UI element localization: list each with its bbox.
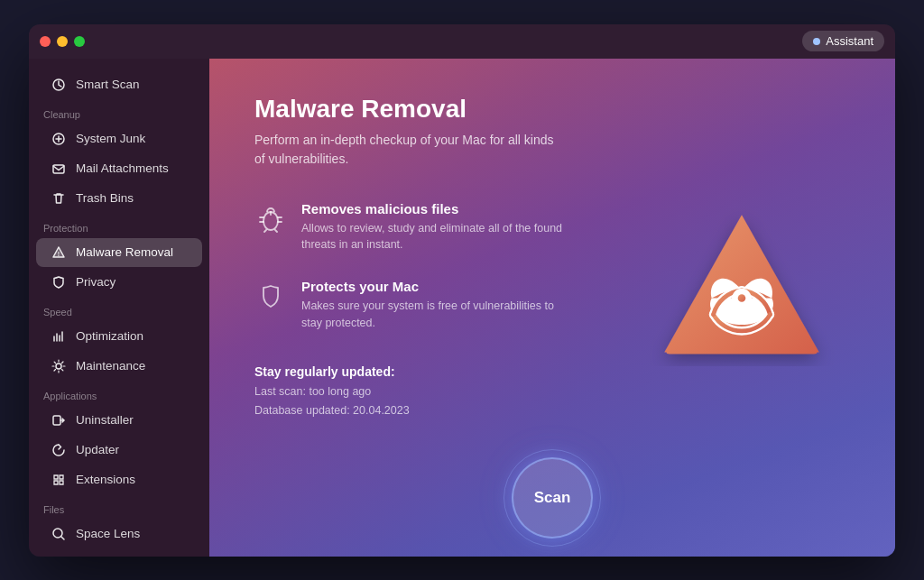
assistant-dot-icon (813, 38, 820, 45)
sidebar: Smart Scan Cleanup System Junk (29, 59, 209, 557)
scan-button[interactable]: Scan (512, 457, 593, 539)
biohazard-container (642, 199, 841, 380)
sidebar-item-label: Trash Bins (76, 191, 134, 205)
mail-icon (51, 161, 67, 177)
sidebar-item-maintenance[interactable]: Maintenance (36, 352, 202, 381)
sidebar-item-label: Malware Removal (76, 245, 173, 259)
svg-rect-2 (53, 165, 64, 173)
titlebar: Assistant (29, 24, 895, 59)
sidebar-item-label: Space Lens (76, 527, 140, 540)
feature-1-text: Removes malicious files Allows to review… (301, 201, 572, 254)
content-area: Smart Scan Cleanup System Junk (29, 59, 895, 557)
cleanup-section-label: Cleanup (29, 100, 209, 124)
speed-section-label: Speed (29, 298, 209, 321)
page-subtitle: Perform an in-depth checkup of your Mac … (254, 131, 561, 169)
sidebar-item-label: Smart Scan (76, 78, 140, 91)
sidebar-item-smart-scan[interactable]: Smart Scan (36, 70, 202, 99)
bug-icon (254, 203, 287, 235)
maintenance-icon (51, 358, 67, 374)
sidebar-item-updater[interactable]: Updater (36, 436, 202, 465)
protection-section-label: Protection (29, 214, 209, 237)
feature-1-description: Allows to review, study and eliminate al… (301, 220, 572, 254)
sidebar-item-label: Uninstaller (76, 413, 134, 427)
sidebar-item-malware-removal[interactable]: ! Malware Removal (36, 238, 202, 267)
traffic-lights (40, 36, 85, 47)
large-files-icon (51, 556, 67, 557)
sidebar-item-label: Updater (76, 443, 119, 456)
minimize-button[interactable] (57, 36, 68, 47)
sidebar-item-label: System Junk (76, 132, 145, 145)
update-details: Last scan: too long ago Database updated… (254, 382, 850, 421)
feature-1-heading: Removes malicious files (301, 201, 572, 216)
assistant-button[interactable]: Assistant (802, 31, 884, 51)
optimization-icon (51, 328, 67, 345)
last-scan-text: Last scan: too long ago (254, 382, 850, 401)
malware-icon: ! (51, 244, 67, 261)
feature-2-description: Makes sure your system is free of vulner… (301, 298, 572, 332)
features-list: Removes malicious files Allows to review… (254, 201, 615, 332)
feature-2-heading: Protects your Mac (301, 279, 572, 294)
biohazard-icon (642, 199, 841, 380)
feature-2-text: Protects your Mac Makes sure your system… (301, 279, 572, 332)
system-junk-icon (51, 131, 67, 147)
svg-rect-5 (53, 416, 60, 425)
svg-point-4 (56, 364, 61, 369)
feature-removes-malicious: Removes malicious files Allows to review… (254, 201, 615, 254)
sidebar-item-optimization[interactable]: Optimization (36, 322, 202, 351)
smart-scan-icon (51, 77, 67, 93)
applications-section-label: Applications (29, 382, 209, 405)
sidebar-item-label: Optimization (76, 329, 143, 343)
files-section-label: Files (29, 495, 209, 519)
updater-icon (51, 442, 67, 458)
space-lens-icon (51, 526, 67, 542)
privacy-icon (51, 274, 67, 290)
close-button[interactable] (40, 36, 51, 47)
feature-protects-mac: Protects your Mac Makes sure your system… (254, 279, 615, 332)
sidebar-item-uninstaller[interactable]: Uninstaller (36, 406, 202, 435)
scan-button-area: Scan (512, 457, 593, 539)
sidebar-item-label: Mail Attachments (76, 161, 169, 175)
maximize-button[interactable] (74, 36, 85, 47)
trash-icon (51, 190, 67, 207)
sidebar-item-privacy[interactable]: Privacy (36, 268, 202, 297)
svg-text:!: ! (58, 251, 60, 257)
sidebar-item-space-lens[interactable]: Space Lens (36, 520, 202, 548)
sidebar-item-system-junk[interactable]: System Junk (36, 124, 202, 153)
sidebar-item-label: Privacy (76, 275, 116, 289)
sidebar-item-mail-attachments[interactable]: Mail Attachments (36, 154, 202, 183)
assistant-label: Assistant (826, 34, 873, 48)
shield-icon (254, 281, 287, 313)
main-content: Malware Removal Perform an in-depth chec… (209, 59, 895, 557)
app-window: Assistant Smart Scan Cleanup (29, 24, 895, 557)
scan-button-label: Scan (534, 489, 571, 507)
sidebar-item-trash-bins[interactable]: Trash Bins (36, 184, 202, 213)
extensions-icon (51, 472, 67, 488)
sidebar-item-large-old-files[interactable]: Large & Old Files (36, 549, 202, 557)
sidebar-item-label: Extensions (76, 473, 135, 486)
page-title: Malware Removal (254, 95, 850, 124)
uninstaller-icon (51, 412, 67, 428)
sidebar-item-label: Maintenance (76, 359, 145, 373)
sidebar-item-extensions[interactable]: Extensions (36, 465, 202, 494)
db-updated-text: Database updated: 20.04.2023 (254, 401, 850, 420)
svg-point-11 (738, 294, 746, 302)
